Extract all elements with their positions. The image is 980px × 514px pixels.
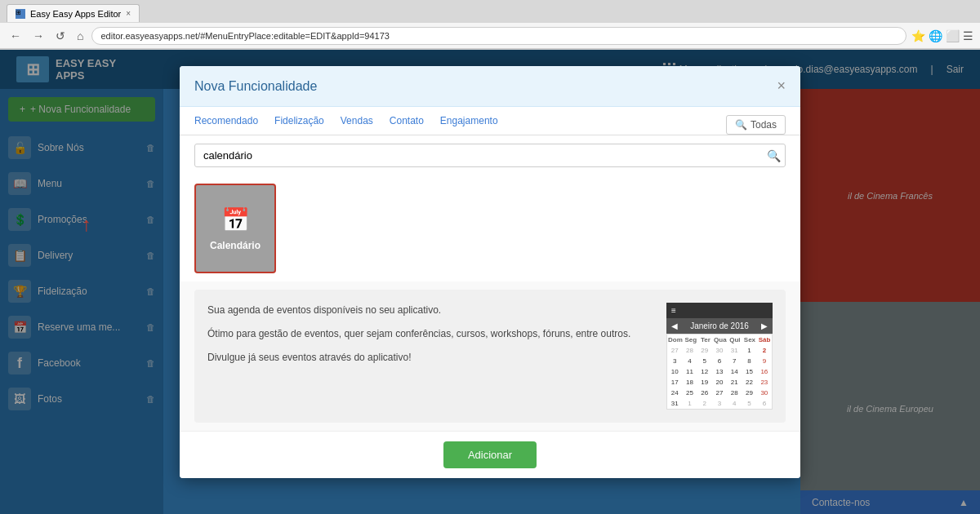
cal-cell[interactable]: 4 <box>727 398 742 409</box>
cal-nav: ◀ Janeiro de 2016 ▶ <box>666 318 773 334</box>
nav-bar: ← → ↺ ⌂ ⭐ 🌐 ⬜ ☰ <box>0 23 980 49</box>
cal-prev-icon[interactable]: ◀ <box>671 321 678 330</box>
cal-sex: Sex <box>742 335 757 345</box>
cal-cell[interactable]: 1 <box>742 345 756 356</box>
modal-footer: Adicionar <box>180 431 800 478</box>
tab-fidelizacao[interactable]: Fidelização <box>274 115 324 135</box>
cal-dom: Dom <box>667 335 684 345</box>
cal-cell[interactable]: 26 <box>697 388 712 398</box>
todas-button[interactable]: 🔍 Todas <box>726 115 786 135</box>
cal-cell[interactable]: 6 <box>757 398 772 409</box>
reload-button[interactable]: ↺ <box>52 28 69 44</box>
desc-line3: Divulgue já seus eventos através do apli… <box>207 350 650 366</box>
cal-ter: Ter <box>698 335 713 345</box>
cal-header: ≡ <box>666 303 773 318</box>
modal-tabs: Recomendado Fidelização Vendas Contato E… <box>180 107 800 135</box>
active-tab[interactable]: ⊞ Easy Easy Apps Editor × <box>7 4 140 22</box>
cal-cell[interactable]: 17 <box>667 377 682 388</box>
calendario-icon: 📅 <box>221 206 250 233</box>
desc-line2: Ótimo para gestão de eventos, quer sejam… <box>207 326 650 342</box>
cal-cell[interactable]: 12 <box>697 366 712 377</box>
tab-favicon: ⊞ <box>16 9 25 19</box>
cal-sab: Sáb <box>757 335 772 345</box>
address-bar[interactable] <box>91 27 906 45</box>
tab-title: Easy Easy Apps Editor <box>30 9 121 19</box>
bookmark-icon: ⭐ <box>911 29 925 42</box>
cal-cell[interactable]: 1 <box>682 398 697 409</box>
search-submit-button[interactable]: 🔍 <box>767 149 781 162</box>
cal-cell[interactable]: 30 <box>712 345 727 356</box>
cal-cell[interactable]: 23 <box>757 377 772 388</box>
cal-cell[interactable]: 4 <box>682 356 697 366</box>
window-icon: ⬜ <box>946 29 960 42</box>
feature-grid: 📅 Calendário <box>180 175 800 281</box>
cal-cell[interactable]: 8 <box>742 356 756 366</box>
cal-menu-icon: ≡ <box>671 306 676 315</box>
todas-label: Todas <box>751 119 777 131</box>
cal-cell[interactable]: 29 <box>697 345 712 356</box>
tab-vendas[interactable]: Vendas <box>341 115 373 135</box>
back-button[interactable]: ← <box>7 28 24 44</box>
adicionar-button[interactable]: Adicionar <box>443 441 537 468</box>
cal-cell[interactable]: 14 <box>727 366 742 377</box>
cal-cell[interactable]: 18 <box>682 377 697 388</box>
cal-cell[interactable]: 31 <box>667 398 682 409</box>
search-input[interactable] <box>194 144 786 167</box>
cal-week-5: 24 25 26 27 28 29 30 <box>667 388 772 398</box>
cal-cell[interactable]: 3 <box>667 356 682 366</box>
cal-cell[interactable]: 10 <box>667 366 682 377</box>
modal-close-button[interactable]: × <box>777 78 786 95</box>
cal-cell[interactable]: 13 <box>712 366 727 377</box>
cal-week-2: 3 4 5 6 7 8 9 <box>667 356 772 366</box>
cal-cell[interactable]: 3 <box>712 398 727 409</box>
cal-cell[interactable]: 29 <box>742 388 756 398</box>
cal-cell[interactable]: 24 <box>667 388 682 398</box>
cal-cell[interactable]: 19 <box>697 377 712 388</box>
nova-funcionalidade-modal: Nova Funcionalidade × Recomendado Fideli… <box>180 66 800 478</box>
cal-month-label: Janeiro de 2016 <box>690 321 749 330</box>
cal-cell[interactable]: 15 <box>742 366 756 377</box>
cal-cell[interactable]: 2 <box>697 398 712 409</box>
cal-cell[interactable]: 22 <box>742 377 756 388</box>
cal-cell[interactable]: 27 <box>712 388 727 398</box>
calendario-label: Calendário <box>210 240 261 251</box>
cal-cell[interactable]: 16 <box>757 366 772 377</box>
cal-cell[interactable]: 5 <box>697 356 712 366</box>
cal-cell[interactable]: 2 <box>757 345 772 356</box>
cal-cell[interactable]: 5 <box>742 398 756 409</box>
cal-cell[interactable]: 27 <box>667 345 682 356</box>
cal-seg: Seg <box>684 335 698 345</box>
search-wrap: 🔍 <box>194 144 786 167</box>
cal-cell[interactable]: 6 <box>712 356 727 366</box>
home-button[interactable]: ⌂ <box>74 28 87 44</box>
cal-next-icon[interactable]: ▶ <box>761 321 768 330</box>
cal-qua: Qua <box>713 335 728 345</box>
cal-cell[interactable]: 9 <box>757 356 772 366</box>
tab-contato[interactable]: Contato <box>390 115 424 135</box>
cal-qui: Qui <box>728 335 742 345</box>
tab-engajamento[interactable]: Engajamento <box>440 115 498 135</box>
tab-close-btn[interactable]: × <box>126 9 131 18</box>
tab-bar: ⊞ Easy Easy Apps Editor × <box>0 0 980 23</box>
calendario-feature-item[interactable]: 📅 Calendário <box>194 184 276 273</box>
cal-week-1: 27 28 29 30 31 1 2 <box>667 345 772 356</box>
cal-cell[interactable]: 30 <box>757 388 772 398</box>
menu-icon: ☰ <box>963 29 973 42</box>
cal-body: Dom Seg Ter Qua Qui Sex Sáb 27 28 2 <box>666 334 773 410</box>
forward-button[interactable]: → <box>29 28 47 44</box>
cal-cell[interactable]: 25 <box>682 388 697 398</box>
tab-recomendado[interactable]: Recomendado <box>194 115 258 135</box>
cal-cell[interactable]: 21 <box>727 377 742 388</box>
cal-cell[interactable]: 7 <box>727 356 742 366</box>
cal-week-4: 17 18 19 20 21 22 23 <box>667 377 772 388</box>
cal-cell[interactable]: 31 <box>727 345 742 356</box>
description-text: Sua agenda de eventos disponíveis no seu… <box>207 303 650 410</box>
cal-cell[interactable]: 28 <box>682 345 697 356</box>
cal-cell[interactable]: 11 <box>682 366 697 377</box>
app-background: ⊞ EASY EASY APPS Meus aplicativos leonar… <box>0 50 980 514</box>
modal-search-area: 🔍 <box>180 135 800 175</box>
modal-overlay: Nova Funcionalidade × Recomendado Fideli… <box>0 50 980 514</box>
cal-cell[interactable]: 20 <box>712 377 727 388</box>
description-area: Sua agenda de eventos disponíveis no seu… <box>194 290 786 423</box>
cal-cell[interactable]: 28 <box>727 388 742 398</box>
